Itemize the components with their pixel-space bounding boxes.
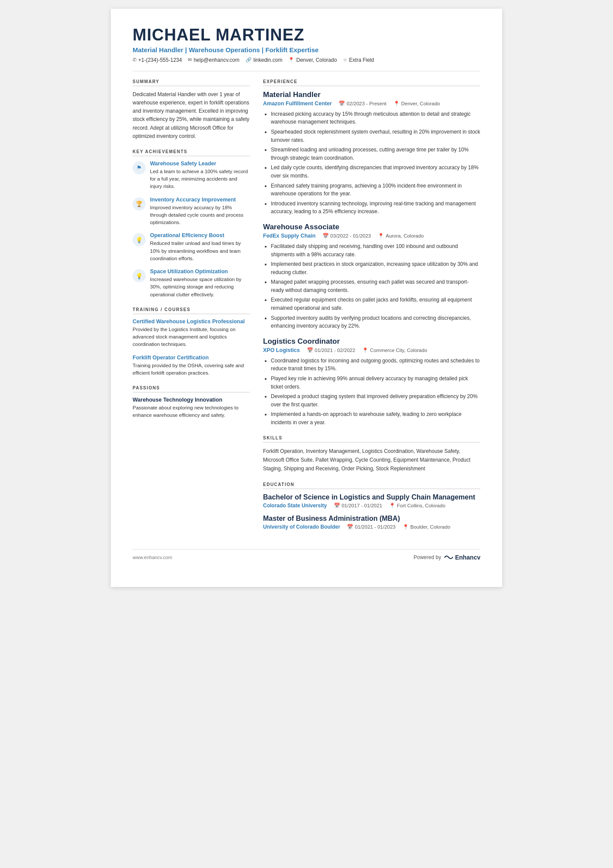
bullet: Coordinated logistics for incoming and o…: [271, 357, 480, 373]
job-title-3: Logistics Coordinator: [263, 337, 480, 346]
linkedin-icon: 🔗: [246, 57, 252, 63]
edu-meta-1: Colorado State University 📅 01/2017 - 01…: [263, 503, 480, 509]
training-desc-1: Provided by the Logistics Institute, foc…: [133, 326, 250, 349]
edu-location-1: 📍 Fort Collins, Colorado: [389, 503, 445, 509]
job-date-2: 📅 03/2022 - 01/2023: [323, 233, 371, 239]
contact-line: ✆ +1-(234)-555-1234 ✉ help@enhancv.com 🔗…: [133, 57, 480, 63]
enhancv-logo: Enhancv: [444, 554, 480, 561]
powered-by-text: Powered by: [413, 554, 441, 560]
achievement-content-1: Warehouse Safety Leader Led a team to ac…: [150, 161, 250, 191]
job-3: Logistics Coordinator XPO Logistics 📅 01…: [263, 337, 480, 427]
bullet: Supported inventory audits by verifying …: [271, 314, 480, 330]
edu-school-1: Colorado State University: [263, 503, 327, 509]
job-location-2: 📍 Aurora, Colorado: [378, 233, 424, 239]
location-icon: 📍: [288, 57, 294, 63]
edu-degree-2: Master of Business Administration (MBA): [263, 515, 480, 523]
achievement-title-4: Space Utilization Optimization: [150, 268, 250, 275]
training-desc-2: Training provided by the OSHA, covering …: [133, 362, 250, 377]
achievement-item-4: 💡 Space Utilization Optimization Increas…: [133, 268, 250, 298]
job-meta-1: Amazon Fulfillment Center 📅 02/2023 - Pr…: [263, 101, 480, 107]
left-column: SUMMARY Dedicated Material Handler with …: [133, 79, 250, 536]
pin-icon-edu2: 📍: [403, 524, 409, 530]
email-text: help@enhancv.com: [193, 57, 239, 63]
bullet: Developed a product staging system that …: [271, 392, 480, 409]
passion-title-1: Warehouse Technology Innovation: [133, 397, 250, 403]
achievement-icon-3: 💡: [133, 233, 146, 246]
edu-date-1: 📅 01/2017 - 01/2021: [334, 503, 382, 509]
candidate-name: MICHAEL MARTINEZ: [133, 26, 480, 44]
pin-icon-edu1: 📍: [389, 503, 395, 509]
calendar-icon-edu2: 📅: [347, 524, 353, 530]
edu-date-2: 📅 01/2021 - 01/2023: [347, 524, 395, 530]
skills-text: Forklift Operation, Inventory Management…: [263, 447, 480, 473]
achievement-desc-4: Increased warehouse space utilization by…: [150, 276, 250, 298]
extra-icon: ☆: [343, 57, 347, 63]
bullet: Enhanced safety training programs, achie…: [271, 182, 480, 198]
calendar-icon-1: 📅: [339, 101, 345, 107]
location-text: Denver, Colorado: [296, 57, 336, 63]
achievement-title-2: Inventory Accuracy Improvement: [150, 197, 250, 203]
summary-text: Dedicated Material Handler with over 1 y…: [133, 90, 250, 141]
extra-text: Extra Field: [349, 57, 374, 63]
bullet: Streamlined loading and unloading proces…: [271, 146, 480, 162]
job-company-3: XPO Logistics: [263, 347, 300, 353]
achievement-icon-1: ⚑: [133, 161, 146, 174]
edu-degree-1: Bachelor of Science in Logistics and Sup…: [263, 493, 480, 501]
candidate-title: Material Handler | Warehouse Operations …: [133, 46, 480, 54]
achievement-content-4: Space Utilization Optimization Increased…: [150, 268, 250, 298]
achievement-icon-2: 🏆: [133, 198, 146, 211]
training-label: TRAINING / COURSES: [133, 307, 250, 314]
bullet: Implemented a hands-on approach to wareh…: [271, 410, 480, 426]
pin-icon-2: 📍: [378, 233, 384, 239]
job-date-1: 📅 02/2023 - Present: [339, 101, 386, 107]
achievement-title-1: Warehouse Safety Leader: [150, 161, 250, 167]
training-item-2: Forklift Operator Certification Training…: [133, 355, 250, 377]
calendar-icon-edu1: 📅: [334, 503, 340, 509]
job-date-3: 📅 01/2021 - 02/2022: [307, 347, 355, 353]
achievements-label: KEY ACHIEVEMENTS: [133, 149, 250, 156]
job-meta-2: FedEx Supply Chain 📅 03/2022 - 01/2023 📍…: [263, 233, 480, 239]
bullet: Executed regular equipment checks on pal…: [271, 296, 480, 312]
job-company-2: FedEx Supply Chain: [263, 233, 316, 239]
achievement-item-1: ⚑ Warehouse Safety Leader Led a team to …: [133, 161, 250, 191]
pin-icon-1: 📍: [393, 101, 400, 107]
training-title-1: Certified Warehouse Logistics Profession…: [133, 318, 250, 325]
bullet: Managed pallet wrapping processes, ensur…: [271, 278, 480, 294]
passion-item-1: Warehouse Technology Innovation Passiona…: [133, 397, 250, 419]
bullet: Spearheaded stock replenishment system o…: [271, 128, 480, 144]
right-column: EXPERIENCE Material Handler Amazon Fulfi…: [263, 79, 480, 536]
achievement-desc-1: Led a team to achieve a 100% safety reco…: [150, 168, 250, 191]
job-title-2: Warehouse Associate: [263, 223, 480, 231]
extra-item: ☆ Extra Field: [343, 57, 374, 63]
skills-label: SKILLS: [263, 436, 480, 442]
email-item: ✉ help@enhancv.com: [188, 57, 239, 63]
phone-item: ✆ +1-(234)-555-1234: [133, 57, 182, 63]
edu-item-1: Bachelor of Science in Logistics and Sup…: [263, 493, 480, 509]
footer-brand: Powered by Enhancv: [413, 554, 480, 561]
job-meta-3: XPO Logistics 📅 01/2021 - 02/2022 📍 Comm…: [263, 347, 480, 353]
training-title-2: Forklift Operator Certification: [133, 355, 250, 361]
job-bullets-1: Increased picking accuracy by 15% throug…: [263, 110, 480, 216]
header: MICHAEL MARTINEZ Material Handler | Ware…: [133, 26, 480, 63]
edu-location-2: 📍 Boulder, Colorado: [403, 524, 450, 530]
logo-icon: [444, 554, 453, 560]
achievement-content-3: Operational Efficiency Boost Reduced tra…: [150, 232, 250, 262]
education-label: EDUCATION: [263, 482, 480, 489]
main-content: SUMMARY Dedicated Material Handler with …: [133, 79, 480, 536]
location-item: 📍 Denver, Colorado: [288, 57, 336, 63]
bullet: Introduced inventory scanning technology…: [271, 200, 480, 216]
edu-meta-2: University of Colorado Boulder 📅 01/2021…: [263, 524, 480, 530]
achievement-desc-2: Improved inventory accuracy by 18% throu…: [150, 204, 250, 227]
bullet: Facilitated daily shipping and receiving…: [271, 242, 480, 258]
passions-label: PASSIONS: [133, 385, 250, 392]
pin-icon-3: 📍: [362, 347, 368, 353]
summary-label: SUMMARY: [133, 79, 250, 86]
job-location-3: 📍 Commerce City, Colorado: [362, 347, 427, 353]
achievement-content-2: Inventory Accuracy Improvement Improved …: [150, 197, 250, 227]
edu-item-2: Master of Business Administration (MBA) …: [263, 515, 480, 530]
bullet: Led daily cycle counts, identifying disc…: [271, 164, 480, 180]
training-item-1: Certified Warehouse Logistics Profession…: [133, 318, 250, 349]
passion-desc-1: Passionate about exploring new technolog…: [133, 404, 250, 419]
footer-website: www.enhancv.com: [133, 555, 172, 560]
bullet: Implemented best practices in stock orga…: [271, 260, 480, 276]
